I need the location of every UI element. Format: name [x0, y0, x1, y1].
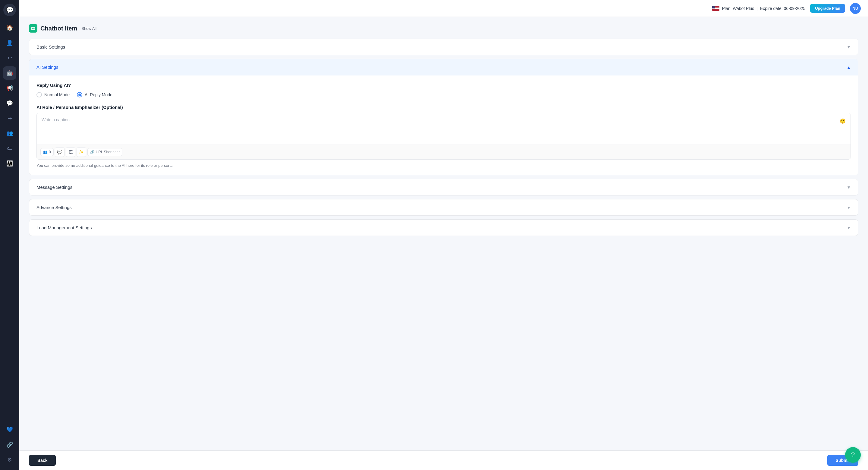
caption-box: 🙂 👥 0 💬 🖼 ✨: [36, 113, 851, 159]
link-icon: 🔗: [90, 150, 95, 154]
group-icon: 👨‍👩‍👧: [6, 160, 13, 167]
lead-settings-label: Lead Management Settings: [36, 225, 92, 230]
sidebar-bottom: 💙 🔗 ⚙: [3, 423, 16, 466]
main-area: Plan: Wabot Plus | Expire date: 06-09-20…: [19, 0, 868, 470]
tags-icon: 🏷: [7, 145, 12, 152]
accordion-lead: Lead Management Settings ▼: [29, 219, 858, 236]
integration-icon: 🔗: [6, 441, 13, 448]
avatar: NU: [850, 3, 861, 14]
message-settings-label: Message Settings: [36, 185, 72, 190]
caption-textarea[interactable]: [37, 113, 850, 143]
accordion-header-message[interactable]: Message Settings ▼: [29, 179, 858, 195]
plan-label: Plan: Wabot Plus: [722, 6, 754, 11]
accordion-ai: AI Settings ▲ Reply Using AI? Normal Mod…: [29, 59, 858, 175]
header-separator: |: [756, 6, 758, 11]
accordion-header-basic[interactable]: Basic Settings ▼: [29, 39, 858, 55]
chevron-down-icon-lead: ▼: [846, 225, 851, 230]
ai-settings-body: Reply Using AI? Normal Mode AI Reply Mod…: [29, 76, 858, 175]
reply-mode-group: Normal Mode AI Reply Mode: [36, 92, 851, 97]
content-area: Chatbot Item Show All Basic Settings ▼ A…: [19, 17, 868, 450]
team-icon: 👥: [6, 130, 13, 137]
comment-icon: 💬: [57, 150, 62, 154]
sidebar: 💬 🏠 👤 ↩ 🤖 📢 💬 ➡ 👥 🏷 👨‍👩‍👧 💙 🔗 ⚙: [0, 0, 19, 470]
url-shortener-button[interactable]: 🔗 URL Shortener: [87, 148, 123, 156]
svg-point-1: [32, 28, 33, 29]
char-count-button[interactable]: 👥 0: [40, 148, 54, 156]
chatbot-icon: 🤖: [6, 70, 13, 76]
expire-label: Expire date: 06-09-2025: [760, 6, 805, 11]
chat-icon: 💬: [6, 100, 13, 107]
back-button[interactable]: Back: [29, 455, 56, 466]
sidebar-item-home[interactable]: 🏠: [3, 21, 16, 34]
emoji-icon[interactable]: 🙂: [838, 117, 847, 125]
chevron-down-icon: ▼: [846, 45, 851, 50]
chatbot-item-icon: [29, 24, 37, 33]
header: Plan: Wabot Plus | Expire date: 06-09-20…: [19, 0, 868, 17]
sidebar-item-transfer[interactable]: ➡: [3, 112, 16, 125]
logo-icon: 💬: [6, 6, 13, 13]
guidance-text: You can provide some additional guidance…: [36, 163, 851, 168]
accordion-basic: Basic Settings ▼: [29, 39, 858, 55]
ai-settings-label: AI Settings: [36, 64, 59, 70]
transfer-icon: ➡: [7, 115, 12, 122]
image-icon-button[interactable]: 🖼: [66, 147, 75, 157]
page-title: Chatbot Item: [40, 25, 77, 32]
advance-settings-label: Advance Settings: [36, 205, 72, 210]
persona-label: AI Role / Persona Emphasizer (Optional): [36, 105, 851, 110]
accordion-advance: Advance Settings ▼: [29, 199, 858, 216]
question-mark-icon: ?: [851, 451, 855, 459]
page-title-row: Chatbot Item Show All: [29, 24, 858, 33]
settings-icon: ⚙: [7, 457, 12, 463]
comment-icon-button[interactable]: 💬: [55, 147, 64, 157]
sidebar-item-megaphone[interactable]: 📢: [3, 82, 16, 95]
help-fab-button[interactable]: ?: [845, 447, 861, 463]
accordion-header-advance[interactable]: Advance Settings ▼: [29, 199, 858, 215]
contacts-icon: 👤: [6, 39, 13, 46]
image-icon: 🖼: [68, 150, 73, 154]
accordion-message: Message Settings ▼: [29, 179, 858, 196]
ai-icon: ✨: [79, 150, 84, 154]
normal-mode-radio[interactable]: [36, 92, 42, 97]
upgrade-plan-button[interactable]: Upgrade Plan: [810, 4, 845, 13]
svg-point-2: [33, 28, 34, 29]
sidebar-item-team[interactable]: 👥: [3, 127, 16, 140]
char-count: 0: [49, 150, 51, 154]
back-icon: ↩: [7, 55, 12, 61]
sidebar-item-chatbot[interactable]: 🤖: [3, 66, 16, 80]
normal-mode-option[interactable]: Normal Mode: [36, 92, 70, 97]
reply-using-label: Reply Using AI?: [36, 83, 851, 88]
textarea-wrapper: 🙂: [37, 113, 850, 145]
ai-reply-mode-radio[interactable]: [77, 92, 82, 97]
basic-settings-label: Basic Settings: [36, 45, 65, 50]
sidebar-item-tags[interactable]: 🏷: [3, 142, 16, 155]
sidebar-item-contacts[interactable]: 👤: [3, 36, 16, 50]
sidebar-item-chat[interactable]: 💬: [3, 96, 16, 110]
ai-reply-mode-option[interactable]: AI Reply Mode: [77, 92, 113, 97]
bottom-bar: Back Submit: [19, 450, 868, 470]
heart-icon: 💙: [6, 426, 13, 433]
sidebar-item-heart[interactable]: 💙: [3, 423, 16, 436]
normal-mode-label: Normal Mode: [44, 92, 70, 97]
accordion-header-ai[interactable]: AI Settings ▲: [29, 59, 858, 76]
svg-point-3: [34, 28, 35, 29]
sidebar-item-back[interactable]: ↩: [3, 51, 16, 64]
chevron-down-icon-advance: ▼: [846, 205, 851, 210]
ai-reply-mode-label: AI Reply Mode: [85, 92, 113, 97]
url-shortener-label: URL Shortener: [96, 150, 120, 154]
sidebar-item-group[interactable]: 👨‍👩‍👧: [3, 157, 16, 170]
chevron-down-icon-message: ▼: [846, 185, 851, 190]
flag-icon: [712, 6, 719, 11]
home-icon: 🏠: [6, 24, 13, 31]
show-all-link[interactable]: Show All: [82, 26, 96, 31]
sidebar-logo[interactable]: 💬: [3, 4, 16, 16]
sidebar-item-integration[interactable]: 🔗: [3, 438, 16, 451]
header-plan-info: Plan: Wabot Plus | Expire date: 06-09-20…: [712, 6, 805, 11]
megaphone-icon: 📢: [6, 85, 13, 91]
person-icon: 👥: [43, 150, 48, 154]
chevron-up-icon: ▲: [846, 65, 851, 70]
ai-icon-button[interactable]: ✨: [76, 147, 86, 157]
accordion-header-lead[interactable]: Lead Management Settings ▼: [29, 219, 858, 236]
caption-toolbar: 👥 0 💬 🖼 ✨ 🔗: [37, 145, 850, 159]
sidebar-item-settings[interactable]: ⚙: [3, 453, 16, 466]
